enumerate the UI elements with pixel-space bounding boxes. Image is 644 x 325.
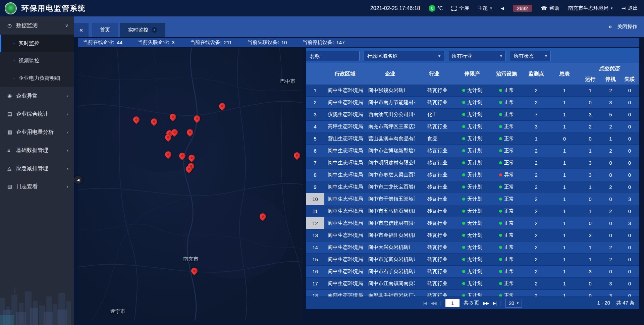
status-dot: [499, 222, 502, 225]
table-row[interactable]: 10阆中生态环境局阆中市千佛镇五郎垭页岩砖瓦行业无计划正常21003: [306, 193, 639, 205]
name-filter-input[interactable]: [306, 51, 360, 61]
menu-group-label: 应急减排管理: [16, 165, 67, 172]
stat-label: 当前停机设备:: [302, 39, 334, 46]
table-row[interactable]: 17阆中生态环境局阆中市江南镇阆南页岩砖瓦行业无计划正常21030: [306, 278, 639, 290]
help-button[interactable]: ☎ 帮助: [541, 5, 559, 11]
table-row[interactable]: 9阆中生态环境局阆中市二龙长宝页岩砖砖瓦行业无计划正常21120: [306, 181, 639, 193]
map-panel[interactable]: ◀ 巴中市南充市遂宁市: [78, 48, 303, 320]
sidebar-group-item[interactable]: ◷数据监测∨: [0, 16, 74, 35]
page-prev-button[interactable]: ◀◀: [431, 301, 436, 306]
sidebar-group-item[interactable]: ◉企业异常‹: [0, 87, 74, 105]
table-row[interactable]: 15阆中生态环境局阆中市光富页岩机砖厂砖瓦行业无计划正常21120: [306, 254, 639, 266]
cell-num: 10: [306, 193, 324, 205]
cell-facility: 正常: [491, 157, 522, 169]
cell-points: 2: [522, 157, 550, 169]
sidebar-group-item[interactable]: ▦企业用电量分析‹: [0, 123, 74, 141]
table-row[interactable]: 8阆中生态环境局阆中市枣碧大梁山页岩砖瓦行业无计划异常21300: [306, 169, 639, 181]
cell-points: 2: [522, 254, 550, 265]
region-filter-select[interactable]: 行政区域名称 ▾: [364, 51, 444, 61]
status-filter-select[interactable]: 所有状态 ▾: [510, 51, 551, 61]
industry-filter-select[interactable]: 所有行业 ▾: [448, 51, 506, 61]
alert-count-badge[interactable]: 2632: [513, 5, 532, 12]
chevron-down-icon: ▾: [545, 54, 547, 58]
status-dot: [499, 246, 502, 249]
header-lost: 失联: [620, 74, 639, 85]
sound-toggle-button[interactable]: ◀: [501, 6, 504, 11]
cell-num: 15: [306, 254, 324, 265]
logout-button[interactable]: ⇥ 退出: [621, 5, 638, 11]
status-dot: [462, 185, 465, 188]
total-pages-label: 共 3 页: [464, 300, 479, 306]
table-row[interactable]: 2阆中生态环境局阆中市南方节能建材有砖瓦行业无计划正常21030: [306, 97, 639, 109]
sidebar-group-item[interactable]: ▤企业综合统计‹: [0, 105, 74, 123]
table-row[interactable]: 7阆中生态环境局阆中明阳建材有限公司砖瓦行业无计划正常21300: [306, 157, 639, 169]
fullscreen-button[interactable]: 全屏: [451, 5, 469, 11]
table-row[interactable]: 3仪陇生态环境局西南油气田分公司川中化工无计划正常71350: [306, 109, 639, 121]
app-logo-icon: [5, 2, 17, 14]
cell-region: 阆中生态环境局: [324, 229, 366, 241]
status-dot: [499, 234, 502, 237]
tabs-scroll-left-button[interactable]: «: [74, 23, 89, 37]
stat-value: 3: [172, 40, 174, 45]
table-row[interactable]: 5营山生态环境局营山县润丰肉食品有限食品无计划正常10010: [306, 133, 639, 145]
cell-facility: 正常: [491, 121, 522, 132]
cell-region: 阆中生态环境局: [324, 278, 366, 289]
cell-points: 2: [522, 217, 550, 229]
chevron-down-icon: ▾: [611, 6, 613, 10]
table-row[interactable]: 6阆中生态环境局阆中市金博瑞新型墙材砖瓦行业无计划正常21120: [306, 145, 639, 157]
menu-group-label: 数据监测: [16, 22, 65, 29]
sidebar-group-item[interactable]: ◬应急减排管理‹: [0, 159, 74, 177]
table-row[interactable]: 11阆中生态环境局阆中市五马桥页岩机砖砖瓦行业无计划正常21120: [306, 205, 639, 217]
chevron-left-icon: ‹: [67, 148, 68, 153]
sidebar-subitem[interactable]: ▪视频监控: [0, 52, 74, 69]
record-total-label: 共 47 条: [616, 300, 635, 306]
sidebar-subitem[interactable]: ▪实时监控: [0, 35, 74, 52]
sidebar-group-item[interactable]: ▧日志查看‹: [0, 177, 74, 196]
cell-halt: 0: [601, 217, 620, 229]
table-row[interactable]: 13阆中生态环境局阆中市金福旺页岩机砖砖瓦行业无计划正常21300: [306, 229, 639, 241]
chevron-down-icon: ▾: [490, 6, 492, 10]
status-text: 正常: [504, 256, 514, 263]
cell-stop: 无计划: [454, 241, 491, 253]
status-dot: [499, 89, 502, 92]
table-row[interactable]: 16阆中生态环境局阆中市石子页岩机砖厂砖瓦行业无计划正常21300: [306, 266, 639, 278]
page-number-input[interactable]: [445, 299, 460, 307]
map-collapse-button[interactable]: ◀: [74, 176, 82, 184]
cell-facility: 正常: [491, 205, 522, 217]
close-operations-button[interactable]: 关闭操作: [617, 23, 637, 30]
tab-item[interactable]: 首页: [92, 23, 118, 37]
tabs-scroll-right-button[interactable]: »: [608, 23, 612, 30]
cell-run: 3: [579, 157, 601, 169]
theme-dropdown[interactable]: 主题 ▾: [478, 5, 492, 11]
table-row[interactable]: 1阆中生态环境局阆中强锐页岩砖厂砖瓦行业无计划正常21120: [306, 85, 639, 97]
status-text: 无计划: [467, 136, 482, 142]
cell-run: 0: [579, 217, 601, 229]
sidebar-subitem[interactable]: ▪企业电力负荷明细: [0, 69, 74, 87]
table-row[interactable]: 18南部生态环境局南部县升钟页岩砖厂有砖瓦行业无计划正常21030: [306, 290, 639, 296]
page-next-button[interactable]: ▶▶: [483, 301, 489, 306]
sidebar-group-item[interactable]: ≡基础数据管理‹: [0, 141, 74, 159]
status-dot: [499, 210, 502, 213]
cell-stop: 无计划: [454, 266, 491, 277]
header-run: 运行: [579, 74, 601, 85]
table-row[interactable]: 4高坪生态环境局南充市高坪区王家店建砖瓦行业无计划正常31220: [306, 121, 639, 133]
close-icon[interactable]: ×: [152, 27, 157, 33]
status-dot: [462, 137, 465, 140]
chevron-left-icon: ‹: [67, 93, 68, 99]
cell-meters: 1: [550, 97, 579, 108]
cell-region: 阆中生态环境局: [324, 205, 366, 217]
table-row[interactable]: 14阆中生态环境局阆中大兴页岩机砖厂砖瓦行业无计划正常21120: [306, 241, 639, 254]
tab-active[interactable]: 实时监控×: [120, 23, 165, 37]
organization-dropdown[interactable]: 南充市生态环境局 ▾: [568, 5, 613, 11]
status-text: 正常: [504, 136, 514, 142]
status-text: 正常: [504, 268, 514, 275]
table-row[interactable]: 12阆中生态环境局阆中市忠信建材有限公砖瓦行业无计划正常21003: [306, 217, 639, 229]
stats-board-icon: ▤: [7, 111, 16, 117]
page-last-button[interactable]: ▶|: [493, 301, 496, 306]
cell-stop: 无计划: [454, 217, 491, 229]
page-first-button[interactable]: |◀: [423, 301, 427, 306]
page-size-select[interactable]: 20 ▾: [505, 299, 522, 308]
status-dot: [462, 270, 465, 273]
status-dot: [462, 101, 465, 104]
status-dot: [499, 185, 502, 188]
